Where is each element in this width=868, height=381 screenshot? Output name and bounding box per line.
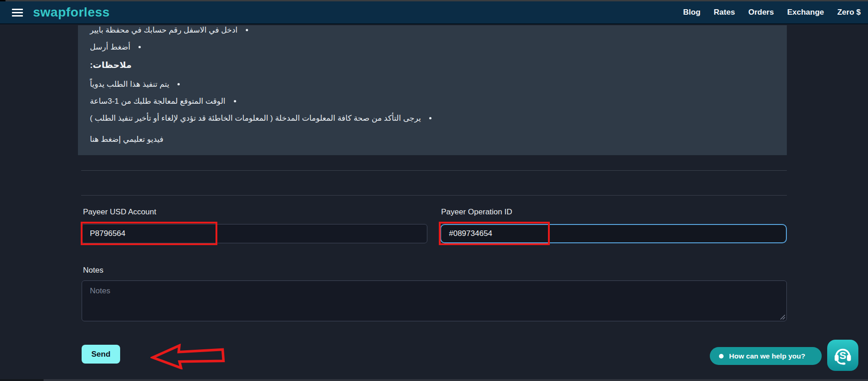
status-dot-icon bbox=[719, 354, 724, 359]
notes-textarea[interactable] bbox=[82, 280, 787, 321]
nav-link-zero[interactable]: Zero $ bbox=[837, 8, 861, 17]
navbar: swapforless Blog Rates Orders Exchange Z… bbox=[0, 1, 868, 24]
support-headset-icon: S bbox=[832, 345, 853, 366]
payeer-account-input[interactable] bbox=[82, 224, 427, 243]
step-item: ادخل في الاسفل رقم حسابك في محفظة بايير bbox=[90, 25, 775, 39]
operation-id-input[interactable] bbox=[440, 224, 787, 243]
operation-id-label: Payeer Operation ID bbox=[441, 207, 512, 217]
footer-edge bbox=[0, 379, 868, 381]
chat-help-label: How can we help you? bbox=[729, 352, 805, 360]
note-item: يتم تنفيذ هذا الطلب يدوياً bbox=[90, 76, 775, 93]
send-button[interactable]: Send bbox=[82, 345, 120, 364]
notes-heading: ملاحظات: bbox=[90, 59, 775, 71]
nav-link-rates[interactable]: Rates bbox=[714, 8, 735, 17]
notes-label: Notes bbox=[83, 266, 103, 275]
step-item: أضغط أرسل bbox=[90, 39, 775, 56]
instructions-panel: ادخل في الاسفل رقم حسابك في محفظة بايير … bbox=[78, 25, 787, 155]
note-item: الوقت المتوقع لمعالجة طلبك من 1-3ساعة bbox=[90, 93, 775, 110]
nav-link-exchange[interactable]: Exchange bbox=[787, 8, 824, 17]
chat-help-button[interactable]: How can we help you? bbox=[710, 347, 822, 365]
notes-list: يتم تنفيذ هذا الطلب يدوياً الوقت المتوقع… bbox=[90, 76, 775, 127]
nav-link-orders[interactable]: Orders bbox=[748, 8, 774, 17]
divider bbox=[81, 170, 787, 171]
site-logo[interactable]: swapforless bbox=[33, 5, 110, 20]
nav-link-blog[interactable]: Blog bbox=[683, 8, 701, 17]
hamburger-menu-icon[interactable] bbox=[12, 9, 23, 17]
annotation-red-arrow-icon bbox=[150, 342, 228, 370]
tutorial-video-link[interactable]: فيديو تعليمي إضغط هنا bbox=[90, 134, 775, 145]
nav-links: Blog Rates Orders Exchange Zero $ bbox=[683, 8, 861, 17]
chat-launcher-button[interactable]: S bbox=[827, 340, 858, 371]
payeer-account-label: Payeer USD Account bbox=[83, 207, 156, 217]
svg-text:S: S bbox=[840, 350, 846, 361]
note-item: يرجى التأكد من صحة كافة المعلومات المدخل… bbox=[90, 110, 775, 127]
steps-list: ادخل في الاسفل رقم حسابك في محفظة بايير … bbox=[90, 25, 775, 56]
divider bbox=[81, 195, 787, 196]
